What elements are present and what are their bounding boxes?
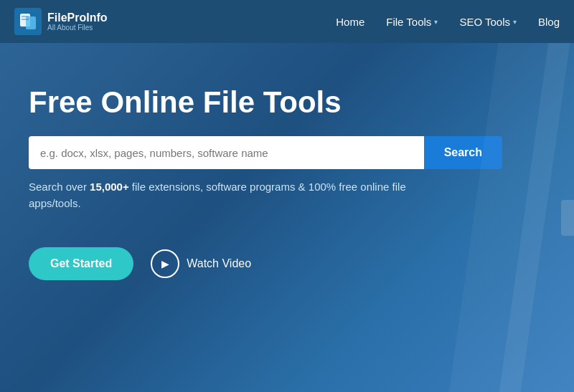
nav-blog[interactable]: Blog — [538, 16, 560, 28]
watch-video-label: Watch Video — [187, 257, 251, 270]
logo-subtitle: All About Files — [47, 24, 108, 32]
nav-home[interactable]: Home — [336, 16, 364, 28]
play-icon: ▶ — [151, 249, 179, 278]
svg-rect-2 — [26, 16, 36, 29]
description-highlight: 15,000+ — [90, 181, 129, 193]
hero-section: Free Online File Tools Search Search ove… — [0, 43, 574, 392]
chevron-down-icon: ▾ — [434, 18, 438, 26]
nav-links: Home File Tools ▾ SEO Tools ▾ Blog — [336, 16, 560, 28]
get-started-button[interactable]: Get Started — [29, 247, 133, 280]
logo-title: FileProInfo — [47, 11, 108, 24]
nav-file-tools[interactable]: File Tools ▾ — [386, 16, 438, 28]
hero-title: Free Online File Tools — [29, 86, 545, 119]
search-bar: Search — [29, 136, 502, 169]
chevron-down-icon: ▾ — [513, 18, 517, 26]
logo-icon — [14, 8, 42, 35]
logo[interactable]: FileProInfo All About Files — [14, 8, 108, 35]
svg-rect-4 — [22, 19, 29, 20]
description-prefix: Search over — [29, 181, 90, 193]
cta-row: Get Started ▶ Watch Video — [29, 247, 545, 280]
svg-rect-3 — [22, 16, 29, 17]
watch-video-button[interactable]: ▶ Watch Video — [151, 249, 251, 278]
nav-seo-tools[interactable]: SEO Tools ▾ — [459, 16, 517, 28]
side-tab — [561, 200, 574, 236]
search-input[interactable] — [29, 136, 424, 169]
logo-text: FileProInfo All About Files — [47, 11, 108, 32]
search-description: Search over 15,000+ file extensions, sof… — [29, 179, 459, 211]
navbar: FileProInfo All About Files Home File To… — [0, 0, 574, 43]
search-button[interactable]: Search — [424, 136, 502, 169]
